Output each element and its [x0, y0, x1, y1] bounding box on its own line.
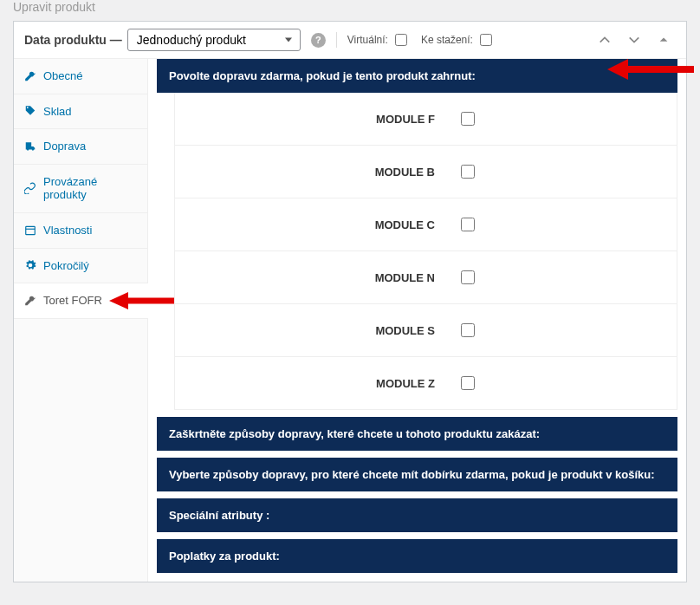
section-title: Vyberte způsoby dopravy, pro které chcet…: [169, 468, 655, 481]
tab-toret-fofr[interactable]: Toret FOFR: [14, 283, 148, 319]
section-product-fees: Poplatky za produkt:: [157, 539, 677, 573]
truck-icon: [24, 140, 36, 153]
module-z-checkbox[interactable]: [461, 376, 475, 390]
wrench-icon: [24, 70, 36, 82]
svg-marker-5: [607, 59, 628, 80]
tab-sklad[interactable]: Sklad: [14, 94, 147, 130]
module-label: MODULE N: [175, 271, 461, 284]
module-b-checkbox[interactable]: [461, 165, 475, 179]
panel-icon: [24, 224, 36, 237]
section-cod-free: Vyberte způsoby dopravy, pro které chcet…: [157, 458, 677, 491]
panel-collapse-down[interactable]: [622, 29, 646, 50]
tab-label: Obecné: [43, 69, 83, 83]
red-arrow-annotation-icon: [607, 57, 694, 81]
tag-icon: [24, 105, 36, 117]
module-label: MODULE B: [175, 166, 461, 179]
download-label: Ke stažení:: [421, 34, 473, 46]
module-list: MODULE F MODULE B MODULE C MODULE N MODU…: [174, 93, 677, 410]
section-title: Speciální atributy :: [169, 509, 269, 522]
tab-label: Provázané produkty: [43, 175, 137, 202]
module-row: MODULE Z: [175, 357, 677, 409]
download-checkbox[interactable]: [480, 34, 492, 46]
module-s-checkbox[interactable]: [461, 323, 475, 337]
tab-doprava[interactable]: Doprava: [14, 129, 147, 165]
module-label: MODULE F: [175, 113, 461, 126]
gear-icon: [24, 259, 36, 271]
svg-marker-3: [109, 292, 128, 309]
module-row: MODULE B: [175, 146, 677, 198]
module-row: MODULE N: [175, 251, 677, 304]
product-type-select[interactable]: Jednoduchý produkt: [127, 29, 301, 51]
wrench-icon: [24, 295, 36, 307]
module-n-checkbox[interactable]: [461, 270, 475, 284]
panel-collapse-up[interactable]: [593, 29, 617, 50]
module-label: MODULE Z: [175, 377, 461, 390]
tab-provazane[interactable]: Provázané produkty: [14, 165, 147, 213]
section-title: Povolte dopravu zdarma, pokud je tento p…: [169, 69, 476, 82]
section-disable-shipping: Zaškrtněte způsoby dopravy, které chcete…: [157, 417, 677, 451]
page-title-cropped: Upravit produkt: [0, 0, 700, 21]
virtual-label: Virtuální:: [347, 34, 388, 46]
tab-content: Povolte dopravu zdarma, pokud je tento p…: [148, 59, 686, 582]
tab-vlastnosti[interactable]: Vlastnosti: [14, 213, 147, 249]
help-icon[interactable]: ?: [311, 33, 326, 48]
module-f-checkbox[interactable]: [461, 112, 475, 126]
tab-label: Sklad: [43, 105, 72, 119]
panel-title: Data produktu —: [24, 33, 122, 47]
product-data-tabs: Obecné Sklad Doprava Provázané produkty: [14, 59, 148, 582]
section-title: Poplatky za produkt:: [169, 550, 280, 563]
module-label: MODULE C: [175, 218, 461, 231]
tab-obecne[interactable]: Obecné: [14, 59, 147, 94]
module-row: MODULE C: [175, 198, 677, 251]
section-title: Zaškrtněte způsoby dopravy, které chcete…: [169, 427, 540, 440]
product-data-panel: Data produktu — Jednoduchý produkt ? Vir…: [13, 21, 687, 582]
virtual-checkbox[interactable]: [395, 34, 407, 46]
panel-header: Data produktu — Jednoduchý produkt ? Vir…: [14, 22, 686, 59]
tab-label: Pokročilý: [43, 259, 89, 273]
tab-label: Doprava: [43, 140, 86, 153]
tab-label: Vlastnosti: [43, 224, 92, 237]
tab-label: Toret FOFR: [43, 294, 102, 308]
module-c-checkbox[interactable]: [461, 218, 475, 231]
separator: [336, 32, 337, 48]
module-row: MODULE F: [175, 93, 677, 146]
section-free-shipping: Povolte dopravu zdarma, pokud je tento p…: [157, 59, 677, 93]
panel-toggle[interactable]: [651, 29, 676, 50]
module-row: MODULE S: [175, 304, 677, 357]
section-special-attrs: Speciální atributy :: [157, 498, 677, 532]
module-label: MODULE S: [175, 324, 461, 337]
tab-pokrocily[interactable]: Pokročilý: [14, 249, 147, 284]
link-icon: [24, 182, 36, 194]
svg-rect-0: [26, 226, 36, 234]
